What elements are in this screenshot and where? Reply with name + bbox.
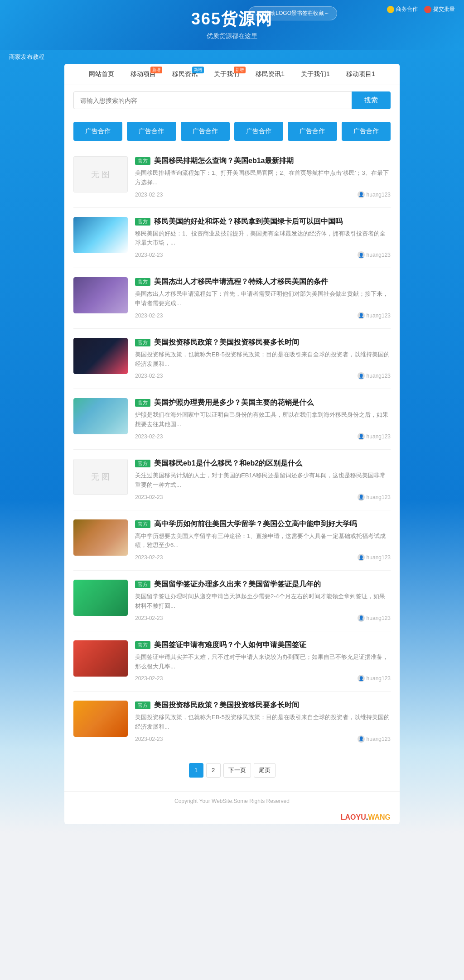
nav-badge-about: 新增 <box>234 67 246 73</box>
article-meta-1: 2023-02-23 👤 huang123 <box>135 191 391 198</box>
ad-btn-4[interactable]: 广告合作 <box>234 122 283 141</box>
page-btn-1[interactable]: 1 <box>189 763 203 778</box>
ad-section: 广告合作 广告合作 广告合作 广告合作 广告合作 广告合作 <box>64 115 400 147</box>
article-meta-3: 2023-02-23 👤 huang123 <box>135 312 391 319</box>
nav-item-about1[interactable]: 关于我们1 <box>293 64 338 85</box>
nav-item-news[interactable]: 移民资讯新增 <box>164 64 206 85</box>
article-title-row-1: 官方 美国移民排期怎么查询？美国eb1a最新排期 <box>135 156 391 166</box>
article-meta-10: 2023-02-23 👤 huang123 <box>135 735 391 743</box>
article-title-9[interactable]: 美国签证申请有难度吗？个人如何申请美国签证 <box>154 640 306 650</box>
article-author-1: 👤 huang123 <box>358 191 391 198</box>
promo-text: 拖动LOGO景书签栏收藏～ <box>265 10 329 16</box>
table-row: 官方 美国护照办理费用是多少？美国主要的花销是什么 护照是我们在海外国家中可以证… <box>73 389 391 450</box>
table-row: 官方 美国杰出人才移民申请流程？特殊人才移民美国的条件 美国杰出人才移民申请流程… <box>73 268 391 329</box>
nav-item-home[interactable]: 网站首页 <box>81 64 122 85</box>
article-meta-7: 2023-02-23 👤 huang123 <box>135 554 391 561</box>
business-coop-link[interactable]: 商务合作 <box>387 5 418 13</box>
search-row: 搜索 <box>73 91 391 109</box>
article-meta-6: 2023-02-23 👤 huang123 <box>135 494 391 501</box>
article-thumb-5 <box>73 398 128 434</box>
article-date-9: 2023-02-23 <box>135 675 163 682</box>
article-title-row-2: 官方 移民美国的好处和坏处？移民拿到美国绿卡后可以回中国吗 <box>135 217 391 226</box>
author-icon-6: 👤 <box>358 494 365 501</box>
nav-badge-news: 新增 <box>192 67 204 73</box>
page-btn-last[interactable]: 尾页 <box>254 763 276 778</box>
author-icon-4: 👤 <box>358 372 365 380</box>
nav-item-news1[interactable]: 移民资讯1 <box>247 64 293 85</box>
table-row: 无 图 官方 美国移民eb1是什么移民？和eb2的区别是什么 关注过美国移民计划… <box>73 450 391 510</box>
search-input[interactable] <box>73 91 352 109</box>
table-row: 官方 高中学历如何前往美国大学留学？美国公立高中能申到好大学吗 高中学历想要去美… <box>73 510 391 571</box>
article-title-row-5: 官方 美国护照办理费用是多少？美国主要的花销是什么 <box>135 398 391 408</box>
official-badge-10: 官方 <box>135 701 150 709</box>
article-author-7: 👤 huang123 <box>358 554 391 561</box>
article-excerpt-9: 美国签证申请其实并不太难，只不过对于申请人来说较为办到而已；如果自己不够充足证据… <box>135 653 391 672</box>
article-excerpt-2: 移民美国的好处：1、投资商业及技能提升，美国拥有全球最发达的经济体，拥有吸引投资… <box>135 229 391 248</box>
article-meta-9: 2023-02-23 👤 huang123 <box>135 675 391 682</box>
article-title-row-8: 官方 美国留学签证办理多久出来？美国留学签证是几年的 <box>135 580 391 589</box>
author-icon-2: 👤 <box>358 251 365 259</box>
article-title-8[interactable]: 美国留学签证办理多久出来？美国留学签证是几年的 <box>154 580 321 589</box>
author-icon-9: 👤 <box>358 675 365 682</box>
article-title-2[interactable]: 移民美国的好处和坏处？移民拿到美国绿卡后可以回中国吗 <box>154 217 343 226</box>
business-coop-label: 商务合作 <box>396 5 418 13</box>
footer: Copyright Your WebSite.Some Rights Reser… <box>64 791 400 811</box>
red-dot-icon <box>424 6 431 13</box>
nav-badge-mobile: 新增 <box>150 67 162 73</box>
article-title-row-3: 官方 美国杰出人才移民申请流程？特殊人才移民美国的条件 <box>135 277 391 287</box>
article-title-4[interactable]: 美国投资移民政策？美国投资移民要多长时间 <box>154 338 299 347</box>
ad-btn-5[interactable]: 广告合作 <box>288 122 337 141</box>
article-list: 无 图 官方 美国移民排期怎么查询？美国eb1a最新排期 美国移民排期查询流程如… <box>64 147 400 752</box>
header-right-links: 商务合作 提交批量 <box>387 5 455 13</box>
article-date-8: 2023-02-23 <box>135 615 163 621</box>
article-content-1: 官方 美国移民排期怎么查询？美国eb1a最新排期 美国移民排期查询流程如下：1、… <box>135 156 391 198</box>
article-title-6[interactable]: 美国移民eb1是什么移民？和eb2的区别是什么 <box>154 459 302 468</box>
article-title-1[interactable]: 美国移民排期怎么查询？美国eb1a最新排期 <box>154 156 294 166</box>
article-title-5[interactable]: 美国护照办理费用是多少？美国主要的花销是什么 <box>154 398 314 408</box>
brand-laoyu: LAOYU <box>341 813 366 821</box>
ad-btn-3[interactable]: 广告合作 <box>181 122 230 141</box>
official-badge-9: 官方 <box>135 641 150 649</box>
nav-item-mobile[interactable]: 移动项目新增 <box>122 64 164 85</box>
promo-badge[interactable]: 拖动LOGO景书签栏收藏～ <box>248 6 337 20</box>
official-badge-6: 官方 <box>135 460 150 467</box>
article-author-10: 👤 huang123 <box>358 735 391 743</box>
article-meta-4: 2023-02-23 👤 huang123 <box>135 372 391 380</box>
author-icon-3: 👤 <box>358 312 365 319</box>
main-nav: 网站首页 移动项目新增 移民资讯新增 关于我们新增 移民资讯1 关于我们1 移动… <box>64 64 400 85</box>
ad-btn-6[interactable]: 广告合作 <box>342 122 391 141</box>
article-title-10[interactable]: 美国投资移民政策？美国投资移民要多长时间 <box>154 701 299 710</box>
article-content-6: 官方 美国移民eb1是什么移民？和eb2的区别是什么 关注过美国移民计划的人士，… <box>135 459 391 501</box>
article-date-2: 2023-02-23 <box>135 252 163 258</box>
main-content-box: 网站首页 移动项目新增 移民资讯新增 关于我们新增 移民资讯1 关于我们1 移动… <box>64 64 400 824</box>
article-meta-5: 2023-02-23 👤 huang123 <box>135 433 391 440</box>
article-author-4: 👤 huang123 <box>358 372 391 380</box>
page-btn-2[interactable]: 2 <box>206 763 221 778</box>
author-icon-8: 👤 <box>358 615 365 622</box>
article-title-3[interactable]: 美国杰出人才移民申请流程？特殊人才移民美国的条件 <box>154 277 328 287</box>
official-badge-5: 官方 <box>135 399 150 407</box>
ad-btn-2[interactable]: 广告合作 <box>127 122 176 141</box>
article-date-3: 2023-02-23 <box>135 312 163 319</box>
article-excerpt-1: 美国移民排期查询流程如下：1、打开美国移民局官网；2、在首页导航栏中点击'移民'… <box>135 168 391 187</box>
author-icon-1: 👤 <box>358 191 365 198</box>
official-badge-1: 官方 <box>135 157 150 165</box>
breadcrumb-bar: 商家发布教程 <box>0 50 464 64</box>
article-author-9: 👤 huang123 <box>358 675 391 682</box>
article-title-7[interactable]: 高中学历如何前往美国大学留学？美国公立高中能申到好大学吗 <box>154 519 357 529</box>
article-excerpt-7: 高中学历想要去美国大学留学有三种途径：1、直接申请，这需要个人具备一定基础或托福… <box>135 532 391 551</box>
nav-item-mobile1[interactable]: 移动项目1 <box>338 64 383 85</box>
article-content-7: 官方 高中学历如何前往美国大学留学？美国公立高中能申到好大学吗 高中学历想要去美… <box>135 519 391 562</box>
submit-review-link[interactable]: 提交批量 <box>424 5 455 13</box>
article-meta-2: 2023-02-23 👤 huang123 <box>135 251 391 259</box>
site-subtitle: 优质货源都在这里 <box>0 32 464 40</box>
nav-item-about[interactable]: 关于我们新增 <box>206 64 247 85</box>
ad-btn-1[interactable]: 广告合作 <box>73 122 122 141</box>
official-badge-4: 官方 <box>135 339 150 346</box>
search-button[interactable]: 搜索 <box>352 91 391 109</box>
article-title-row-7: 官方 高中学历如何前往美国大学留学？美国公立高中能申到好大学吗 <box>135 519 391 529</box>
article-date-1: 2023-02-23 <box>135 192 163 198</box>
article-date-7: 2023-02-23 <box>135 554 163 561</box>
page-btn-next[interactable]: 下一页 <box>223 763 251 778</box>
author-icon-7: 👤 <box>358 554 365 561</box>
